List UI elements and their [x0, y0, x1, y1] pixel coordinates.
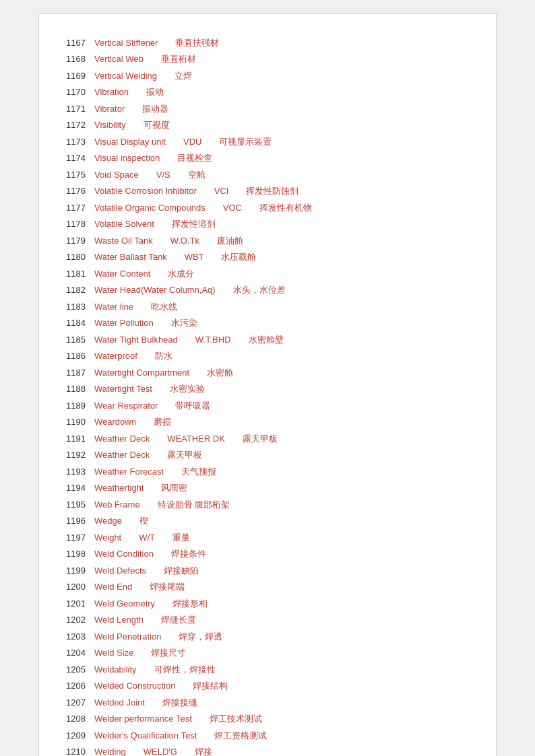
- entry-term: Web Frame 特设肋骨 腹部桁架: [94, 498, 469, 512]
- entry-term: Weld Defects 焊接缺陷: [94, 564, 469, 578]
- table-row: 1207Welded Joint 焊接接缝: [66, 694, 469, 711]
- entry-term: Vibrator 振动器: [94, 102, 469, 116]
- table-row: 1178Volatile Solvent 挥发性溶剂: [66, 216, 469, 233]
- entry-number: 1194: [66, 481, 94, 495]
- table-row: 1177Volatile Organic Compounds VOC 挥发性有机…: [66, 199, 469, 216]
- table-row: 1205Weldability 可焊性，焊接性: [66, 661, 469, 678]
- entry-number: 1199: [66, 564, 94, 578]
- entry-number: 1208: [66, 712, 94, 726]
- main-page: 1167Vertical Stiffener 垂直扶强材1168Vertical…: [38, 13, 497, 756]
- table-row: 1181Water Content 水成分: [66, 265, 469, 282]
- entry-term: Weld Size 焊接尺寸: [94, 646, 469, 660]
- entry-term: Water Pollution 水污染: [94, 316, 469, 330]
- entry-number: 1204: [66, 646, 94, 660]
- entry-term: Void Space V/S 空舱: [94, 168, 469, 182]
- entry-number: 1202: [66, 613, 94, 627]
- entry-term: Weld Length 焊缝长度: [94, 613, 469, 627]
- table-row: 1188Watertight Test 水密实验: [66, 381, 469, 398]
- table-row: 1173Visual Display unit VDU 可视显示装置: [66, 133, 469, 150]
- table-row: 1183Water line 吃水线: [66, 298, 469, 315]
- entry-term: Water Head(Water Column,Aq) 水头，水位差: [94, 283, 469, 297]
- entry-number: 1196: [66, 514, 94, 528]
- entry-number: 1210: [66, 745, 94, 756]
- table-row: 1191Weather Deck WEATHER DK 露天甲板: [66, 430, 469, 447]
- entry-number: 1188: [66, 382, 94, 396]
- entry-term: Visual Display unit VDU 可视显示装置: [94, 135, 469, 149]
- entry-number: 1205: [66, 663, 94, 677]
- table-row: 1169Vertical Welding 立焊: [66, 67, 469, 84]
- entry-number: 1182: [66, 283, 94, 297]
- entry-term: Welding WELD'G 焊接: [94, 745, 469, 756]
- table-row: 1202Weld Length 焊缝长度: [66, 612, 469, 629]
- entry-number: 1191: [66, 432, 94, 446]
- entry-number: 1170: [66, 85, 94, 99]
- entry-number: 1192: [66, 448, 94, 462]
- entry-number: 1172: [66, 118, 94, 132]
- entry-term: Welded Joint 焊接接缝: [94, 696, 469, 710]
- entry-term: Water Ballast Tank WBT 水压载舱: [94, 250, 469, 264]
- entry-term: Volatile Corrosion Inhibitor VCI 挥发性防蚀剂: [94, 184, 469, 198]
- entry-term: Waste Oil Tank W.O.Tk 废油舱: [94, 234, 469, 248]
- entry-number: 1179: [66, 234, 94, 248]
- entry-number: 1184: [66, 316, 94, 330]
- table-row: 1206Welded Construction 焊接结构: [66, 678, 469, 695]
- table-row: 1210Welding WELD'G 焊接: [66, 744, 469, 757]
- table-row: 1193Weather Forecast 天气预报: [66, 463, 469, 480]
- entry-term: Visibility 可视度: [94, 118, 469, 132]
- entry-term: Water Tight Bulkhead W.T.BHD 水密舱壁: [94, 333, 469, 347]
- entry-number: 1195: [66, 498, 94, 512]
- table-row: 1197Weight W/T 重量: [66, 529, 469, 546]
- entry-term: Welder performance Test 焊工技术测试: [94, 712, 469, 726]
- entry-term: Watertight Compartment 水密舱: [94, 366, 469, 380]
- table-row: 1167Vertical Stiffener 垂直扶强材: [66, 34, 469, 51]
- entry-number: 1171: [66, 102, 94, 116]
- table-row: 1171Vibrator 振动器: [66, 100, 469, 117]
- table-row: 1204Weld Size 焊接尺寸: [66, 645, 469, 662]
- table-row: 1175Void Space V/S 空舱: [66, 166, 469, 183]
- table-row: 1209Welder's Qualification Test 焊工资格测试: [66, 727, 469, 744]
- table-row: 1180Water Ballast Tank WBT 水压载舱: [66, 249, 469, 266]
- table-row: 1184Water Pollution 水污染: [66, 315, 469, 332]
- table-row: 1201Weld Geometry 焊接形相: [66, 595, 469, 612]
- table-row: 1200Weld End 焊接尾端: [66, 579, 469, 596]
- entry-number: 1203: [66, 630, 94, 644]
- entry-number: 1206: [66, 679, 94, 693]
- entry-term: Volatile Organic Compounds VOC 挥发性有机物: [94, 201, 469, 215]
- table-row: 1192Weather Deck 露天甲板: [66, 447, 469, 464]
- entry-number: 1189: [66, 399, 94, 413]
- table-row: 1203Weld Penetration 焊穿，焊透: [66, 628, 469, 645]
- entry-number: 1200: [66, 580, 94, 594]
- entry-number: 1197: [66, 531, 94, 545]
- entry-term: Vertical Web 垂直桁材: [94, 53, 469, 66]
- entry-number: 1178: [66, 217, 94, 231]
- entry-term: Weld Condition 焊接条件: [94, 547, 469, 561]
- entry-number: 1168: [66, 53, 94, 66]
- entry-term: Waterproof 防水: [94, 349, 469, 363]
- table-row: 1198Weld Condition 焊接条件: [66, 546, 469, 563]
- table-row: 1199Weld Defects 焊接缺陷: [66, 562, 469, 579]
- table-row: 1176Volatile Corrosion Inhibitor VCI 挥发性…: [66, 183, 469, 200]
- table-row: 1194Weathertight 风雨密: [66, 480, 469, 497]
- entry-number: 1198: [66, 547, 94, 561]
- entry-number: 1187: [66, 366, 94, 380]
- entry-number: 1174: [66, 151, 94, 165]
- entry-term: Wear Respirator 带呼吸器: [94, 399, 469, 413]
- entry-term: Weardown 磨损: [94, 415, 469, 429]
- entry-term: Welded Construction 焊接结构: [94, 679, 469, 693]
- table-row: 1170Vibration 振动: [66, 84, 469, 101]
- entry-term: Weld End 焊接尾端: [94, 580, 469, 594]
- table-row: 1196Wedge 楔: [66, 513, 469, 530]
- entry-term: Volatile Solvent 挥发性溶剂: [94, 217, 469, 231]
- entry-number: 1177: [66, 201, 94, 215]
- entry-term: Weather Deck WEATHER DK 露天甲板: [94, 432, 469, 446]
- table-row: 1190Weardown 磨损: [66, 414, 469, 431]
- entry-term: Vertical Welding 立焊: [94, 69, 469, 83]
- entry-term: Weather Deck 露天甲板: [94, 448, 469, 462]
- entry-term: Weathertight 风雨密: [94, 481, 469, 495]
- entry-number: 1209: [66, 729, 94, 743]
- entry-number: 1180: [66, 250, 94, 264]
- table-row: 1187Watertight Compartment 水密舱: [66, 364, 469, 381]
- entry-number: 1207: [66, 696, 94, 710]
- entry-number: 1181: [66, 267, 94, 281]
- entry-term: Visual inspection 目视检查: [94, 151, 469, 165]
